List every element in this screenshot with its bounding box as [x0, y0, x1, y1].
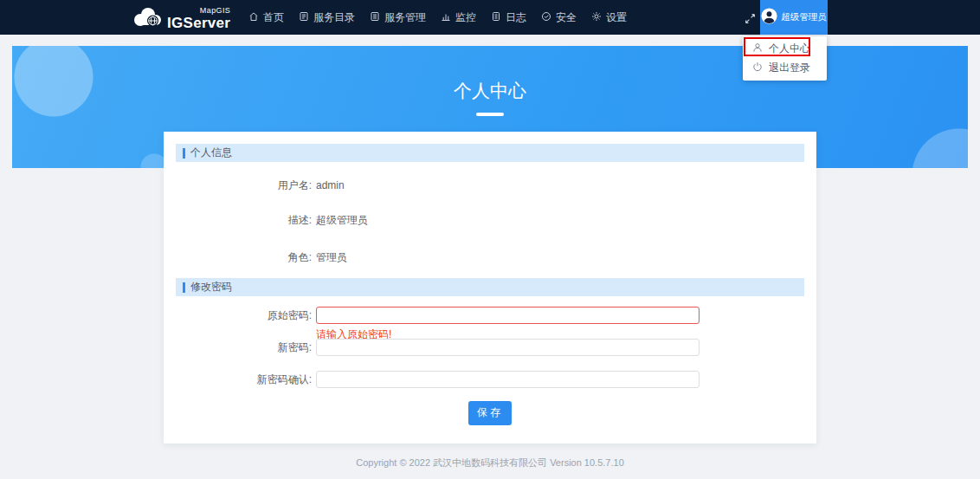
page-title: 个人中心 [12, 79, 968, 103]
role-value: 管理员 [316, 249, 347, 265]
confirm-password-input[interactable] [316, 371, 700, 388]
nav-item-service-manage[interactable]: 服务管理 [370, 0, 426, 35]
nav-item-label: 首页 [263, 10, 284, 25]
nav-item-label: 监控 [455, 10, 476, 25]
brand-mapgis-label: MapGIS [167, 7, 230, 15]
section-title: 个人信息 [190, 146, 232, 160]
cloud-globe-logo-icon [130, 5, 164, 32]
new-password-input[interactable] [316, 339, 700, 356]
profile-card: 个人信息 用户名: admin 描述: 超级管理员 角色: 管理员 修改密码 原… [164, 132, 816, 443]
section-header-profile: 个人信息 [176, 144, 804, 162]
nav-item-label: 安全 [556, 10, 577, 25]
menu-item-logout[interactable]: 退出登录 [743, 58, 827, 77]
nav-item-monitor[interactable]: 监控 [441, 0, 476, 35]
service-manage-icon [370, 11, 380, 24]
logout-icon [752, 61, 763, 74]
description-label: 描述: [176, 212, 312, 228]
log-icon [491, 11, 501, 24]
username-label: 用户名: [176, 178, 312, 193]
menu-item-label: 退出登录 [769, 61, 810, 75]
section-accent-bar [183, 148, 185, 159]
menu-item-profile-center[interactable]: 个人中心 [743, 39, 827, 58]
brand-text: MapGIS IGServer [167, 7, 230, 32]
person-icon [752, 42, 763, 55]
nav-item-label: 服务目录 [313, 10, 355, 25]
nav-item-log[interactable]: 日志 [491, 0, 526, 35]
avatar-icon [761, 8, 777, 28]
top-navbar: MapGIS IGServer 首页 服务目录 服务管理 监控 日志 安全 [0, 0, 980, 35]
copyright-footer: Copyright © 2022 武汉中地数码科技有限公司 Version 10… [0, 456, 980, 469]
main-nav-menu: 首页 服务目录 服务管理 监控 日志 安全 设置 [248, 0, 627, 35]
old-password-label: 原始密码: [176, 307, 312, 323]
nav-item-label: 设置 [606, 10, 627, 25]
description-value: 超级管理员 [316, 212, 368, 228]
menu-item-label: 个人中心 [769, 42, 810, 56]
role-label: 角色: [176, 249, 312, 265]
brand-logo[interactable]: MapGIS IGServer [130, 5, 230, 32]
save-button[interactable]: 保存 [468, 401, 512, 425]
fullscreen-icon[interactable] [745, 12, 756, 23]
section-title: 修改密码 [190, 280, 232, 295]
username-value: admin [316, 178, 345, 193]
home-icon [248, 11, 259, 24]
user-dropdown-menu: 个人中心 退出登录 [743, 36, 827, 81]
nav-item-label: 服务管理 [384, 10, 426, 25]
nav-item-settings[interactable]: 设置 [591, 0, 627, 35]
confirm-password-label: 新密码确认: [176, 372, 312, 387]
service-catalog-icon [299, 11, 309, 24]
user-menu-button[interactable]: 超级管理员 [760, 0, 828, 35]
title-underline [476, 113, 504, 116]
section-header-password: 修改密码 [176, 278, 804, 296]
nav-item-service-catalog[interactable]: 服务目录 [299, 0, 355, 35]
nav-item-label: 日志 [506, 10, 526, 25]
brand-igserver-label: IGServer [167, 16, 230, 30]
section-accent-bar [183, 282, 185, 293]
security-icon [541, 11, 551, 24]
old-password-input[interactable] [316, 307, 700, 324]
monitor-icon [441, 11, 451, 24]
nav-item-home[interactable]: 首页 [248, 0, 284, 35]
new-password-label: 新密码: [176, 340, 312, 355]
settings-icon [591, 11, 602, 24]
nav-item-security[interactable]: 安全 [541, 0, 577, 35]
current-user-name: 超级管理员 [781, 11, 827, 23]
